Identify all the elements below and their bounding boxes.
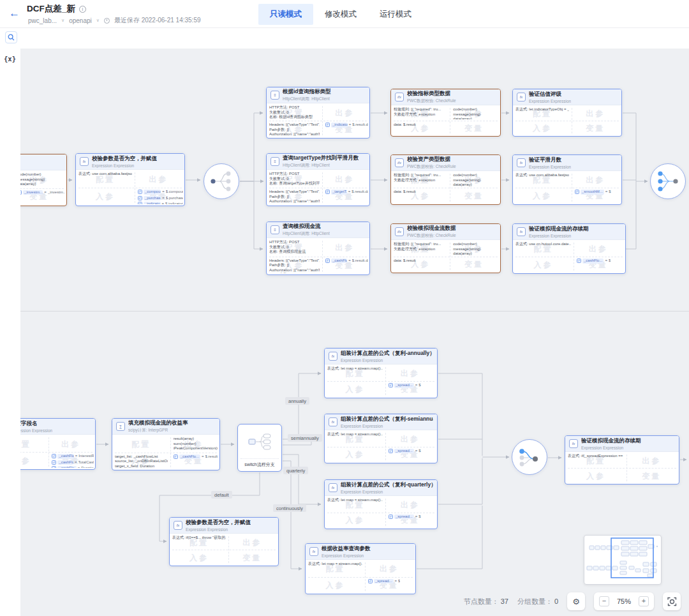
http-node-icon: ≡: [270, 225, 279, 234]
node-verify-cashflow-duration-2[interactable]: fx验证模拟现金流的存续期Expression Expression配置出参入参…: [565, 435, 679, 485]
node-count: 节点数量：37: [464, 597, 508, 606]
node-config-tr: [575, 107, 619, 119]
node-query-params-by-yield[interactable]: fx根据收益率查询参数Expression Expression配置出参入参变量…: [305, 543, 416, 594]
tab-edit-mode[interactable]: 修改模式: [313, 4, 368, 25]
node-check-params-assign[interactable]: fx校验参数是否为空，并赋值Expression Expression配置出参入…: [75, 153, 185, 206]
node-check-asset-type[interactable]: ifx校验资产类型数据PWC数据校验: CheckRule配置出参入参变量校验规…: [390, 154, 501, 205]
node-config-tl: 校验规则: [{ "required": tru...失败处理方式: excep…: [394, 107, 447, 119]
node-subtitle: Expression Expression: [322, 553, 371, 558]
config-line: 表达式: use cn.hutool.core.date...: [515, 242, 571, 247]
zoom-out-button[interactable]: −: [599, 596, 609, 606]
check-node-icon: ifx: [395, 93, 404, 101]
node-config-tr: [389, 498, 435, 511]
node-config-tr: [325, 105, 367, 119]
config-line: HTTP方法: POST: [269, 172, 320, 177]
node-verify-valuation-rating[interactable]: fx验证估值评级Expression Expression配置出参入参变量表达式…: [512, 89, 622, 137]
node-config-tl: HTTP方法: POST失败重试: 0名称: 查询targetType并找到平滑…: [269, 172, 320, 186]
variable-pill: _smoothM...: [581, 190, 604, 195]
config-line: 名称: 查询targetType并找到平滑...: [269, 181, 320, 186]
node-config-tr: [325, 240, 367, 255]
config-line: code(number): [453, 242, 498, 247]
node-config-tr: [389, 366, 435, 380]
gateway-join-bottom[interactable]: [512, 439, 547, 475]
node-variables: [575, 123, 620, 135]
config-line: Query参数: []: [269, 273, 320, 273]
node-http-query-targettype[interactable]: ≡查询targetType并找到平滑月数HttpClient调用: HttpCl…: [266, 153, 370, 206]
minimap[interactable]: [584, 535, 662, 585]
node-subtitle: Expression Expression: [92, 163, 157, 168]
gear-icon: ⚙: [572, 597, 580, 606]
node-body: 配置出参入参变量HTTP方法: POST失败重试: 0名称: 根据id查询指标类…: [267, 103, 369, 138]
config-line: HTTP方法: POST: [269, 105, 320, 110]
variable-pill: _cashFlo...: [57, 466, 76, 468]
config-line: sum(number): [174, 442, 218, 447]
node-verify-cashflow-duration[interactable]: fx验证模拟现金流的存续期Expression Expression配置出参入参…: [512, 223, 626, 274]
gateway-fork-top[interactable]: [204, 163, 239, 199]
config-line: data(array): [453, 183, 498, 186]
back-button[interactable]: ←: [9, 7, 20, 20]
variable-pill: _investm...: [23, 190, 43, 195]
chevron-down-icon: ∨: [61, 18, 64, 23]
tab-readonly-mode[interactable]: 只读模式: [258, 4, 313, 25]
node-http-query-cashflow[interactable]: ≡查询模拟现金流HttpClient调用: HttpClient配置出参入参变量…: [266, 222, 370, 275]
edge-label-continuously: continuously: [273, 504, 306, 512]
node-config-tl: 表达式: use com.alibaba.fastjson...: [515, 173, 569, 186]
variable-value: $: [398, 579, 400, 584]
node-http-query-indicator-type[interactable]: ≡根据id查询指标类型HttpClient调用: HttpClient配置出参入…: [266, 87, 370, 139]
fit-view-button[interactable]: [663, 592, 681, 610]
node-formula-semiannually[interactable]: fx组装计算点差的公式（复利-semiannually）Expression E…: [324, 414, 438, 463]
config-line: Path参数: []: [269, 263, 320, 268]
variable-pill: _compou...: [144, 190, 161, 195]
variable-pill: _cashFlo...: [179, 454, 200, 460]
node-header: fx验证平滑月数Expression Expression: [513, 155, 621, 170]
settings-button[interactable]: ⚙: [567, 592, 585, 610]
node-config-tr: code(number)message(string)data(array): [453, 107, 498, 119]
node-title: 验证估值评级: [529, 91, 571, 98]
node-formula-quarterly[interactable]: fx组装计算点差的公式（复利-quarterly）Expression Expr…: [324, 479, 438, 529]
node-body: 配置出参入参变量校验规则: [{ "required": tru...失败处理方…: [391, 239, 500, 273]
node-verify-smooth-months[interactable]: fx验证平滑月数Expression Expression配置出参入参变量表达式…: [512, 154, 622, 205]
node-config-tl: 表达式: use cn.hutool.core.date...: [515, 242, 571, 255]
node-config-bl: [515, 190, 569, 203]
checkbox-icon: ✓: [577, 259, 581, 263]
node-header: fx组装计算点差的公式（复利-quarterly）Expression Expr…: [325, 480, 437, 495]
config-line: 表达式: use com.alibaba.fastjson...: [515, 173, 569, 178]
variable-pill: _indicato...: [144, 202, 161, 204]
node-config-bl: target_list: _cashFlowListsource_list: _…: [115, 454, 168, 469]
node-body: 配置出参入参变量表达式: let map = stream.map()...✓_…: [306, 559, 415, 594]
node-body: 配置出参入参变量校验规则: [{ "required": tru...失败处理方…: [391, 170, 500, 204]
zoom-in-button[interactable]: +: [639, 596, 649, 606]
checkbox-icon: ✓: [174, 454, 178, 459]
node-switch-branch[interactable]: switch流程分支: [237, 424, 282, 472]
node-variables: ✓_cashFlo...=$.result.dat...: [325, 259, 368, 274]
node-check-params-assign-2[interactable]: fx校验参数是否为空，并赋值Expression Expression配置出参入…: [169, 517, 279, 566]
config-line: data(array): [17, 182, 64, 186]
node-config-tr: [575, 173, 619, 186]
config-line: code(number): [17, 172, 64, 177]
checkbox-icon: ✓: [389, 449, 393, 453]
checkbox-icon: ✓: [52, 460, 56, 465]
tab-run-mode[interactable]: 运行模式: [368, 4, 423, 25]
node-check-cashflow-data[interactable]: ifx校验模拟现金流数据PWC数据校验: CheckRule配置出参入参变量校验…: [390, 223, 501, 273]
config-line: target_list: _cashFlowList: [115, 454, 168, 460]
node-variables: [630, 470, 678, 483]
expr-node-icon: fx: [174, 521, 182, 530]
variable-value: $.result: [205, 454, 218, 460]
node-check-indicator-type[interactable]: ifx校验指标类型数据PWC数据校验: CheckRule配置出参入参变量校验规…: [390, 89, 501, 137]
node-config-tl: HTTP方法: POST失败重试: 0名称: 根据id查询指标类型Connect…: [269, 105, 320, 119]
node-formula-annually[interactable]: fx组装计算点差的公式（复利-annually）Expression Expre…: [324, 348, 438, 398]
gateway-join-top[interactable]: [650, 163, 686, 199]
node-config-bl: [327, 383, 383, 396]
node-fill-cashflow-yield[interactable]: ∑填充模拟现金流的收益率scipy计算: InterpGPR配置出参入参变量re…: [112, 418, 220, 470]
checkbox-icon: ✓: [325, 123, 330, 127]
node-header: fx组装计算点差的公式（复利-annually）Expression Expre…: [325, 349, 437, 364]
node-subtitle: Expression Expression: [529, 234, 589, 238]
service-select[interactable]: openapi: [69, 17, 92, 24]
search-button[interactable]: [5, 31, 17, 43]
node-subtitle: scipy计算: InterpGPR: [128, 428, 188, 433]
workspace-select[interactable]: pwc_lab...: [28, 17, 57, 24]
variables-icon[interactable]: {x}: [4, 55, 16, 63]
config-line: 校验规则: [{ "required": tru...: [394, 107, 447, 112]
info-icon[interactable]: i: [79, 6, 86, 13]
node-config-tl: 表达式: let map = stream.map()...: [327, 498, 383, 511]
